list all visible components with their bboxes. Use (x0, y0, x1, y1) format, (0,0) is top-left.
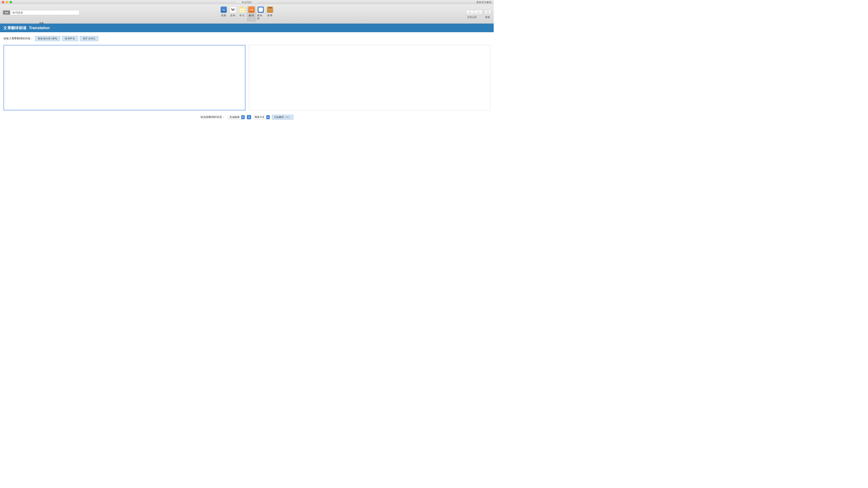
source-text-input[interactable] (3, 45, 245, 110)
history-nav (466, 10, 482, 15)
window-controls (0, 1, 12, 3)
wiki-icon: W (230, 6, 236, 13)
search-box[interactable]: en▾ (2, 10, 80, 15)
search-prefix-icon[interactable]: en▾ (3, 11, 11, 15)
tab-study[interactable]: 学习 (238, 6, 247, 22)
tab-dictionary[interactable]: Aa 词典 (219, 6, 228, 22)
nav-back-button[interactable] (466, 10, 474, 15)
dictionary-icon: Aa (221, 6, 227, 13)
source-lang-value: 自动检测 (228, 116, 241, 119)
prompt-row: 请输入需要翻译的内容： 朗读该内容 (⌘R) 保存声音 清空 (ESC) (3, 36, 490, 41)
right-labels: 历史记录 标签 (467, 16, 490, 19)
target-lang-value: 简体中文 (253, 116, 267, 119)
page-title-en: Translation (29, 26, 50, 30)
page-header: 文章翻译朗读 Translation (0, 23, 494, 32)
translation-output (249, 45, 490, 110)
memorize-icon (258, 6, 264, 13)
translate-icon (249, 6, 255, 13)
toolbar: en▾ 搜索 Aa 词典 W 百科 学习 翻译 背单词 管理 (0, 4, 494, 24)
tab-wiki[interactable]: W 百科 (228, 6, 237, 22)
search-section: en▾ 搜索 (2, 10, 80, 15)
tab-manage[interactable]: 管理 (265, 6, 275, 22)
tab-label: 词典 (221, 14, 226, 17)
bookmark-label: 标签 (485, 16, 490, 19)
page-title-cn: 文章翻译朗读 (3, 25, 26, 30)
history-label: 历史记录 (467, 16, 476, 19)
swap-languages-button[interactable] (247, 115, 251, 120)
login-link[interactable]: 登录学习账号 (476, 0, 494, 4)
save-audio-button[interactable]: 保存声音 (62, 36, 78, 41)
input-prompt: 请输入需要翻译的内容： (3, 37, 33, 40)
minimize-button[interactable] (6, 1, 8, 3)
tab-translate[interactable]: 翻译 (247, 6, 256, 22)
nav-forward-button[interactable] (474, 10, 482, 15)
tab-label: 翻译 (249, 14, 254, 17)
swap-icon (248, 116, 250, 118)
titlebar: 欧路词典 登录学习账号 www.MacW.com (0, 0, 494, 4)
close-button[interactable] (2, 1, 4, 3)
translate-button[interactable]: 开始翻译（↵） (272, 115, 293, 120)
maximize-button[interactable] (9, 1, 12, 3)
content-area: 请输入需要翻译的内容： 朗读该内容 (⌘R) 保存声音 清空 (ESC) 请选择… (0, 32, 494, 124)
tab-label: 学习 (239, 14, 245, 17)
manage-icon (267, 6, 273, 13)
text-panes (3, 45, 490, 110)
chevron-left-icon (469, 12, 471, 14)
add-bookmark-button[interactable]: + (485, 10, 491, 15)
toolbar-right: + (466, 10, 491, 15)
tab-memorize[interactable]: 背单词 (256, 6, 265, 22)
read-aloud-button[interactable]: 朗读该内容 (⌘R) (35, 36, 60, 41)
chevron-right-icon (477, 12, 479, 14)
dropdown-arrow-icon (241, 115, 244, 120)
dropdown-arrow-icon (266, 115, 270, 120)
tab-label: 百科 (230, 14, 236, 17)
toolbar-tabs: Aa 词典 W 百科 学习 翻译 背单词 管理 (219, 6, 275, 22)
search-input[interactable] (11, 11, 79, 14)
study-icon (239, 6, 245, 13)
language-row: 请选择翻译的语言： 自动检测 简体中文 开始翻译（↵） (3, 115, 490, 120)
tab-label: 管理 (267, 14, 273, 17)
search-label: 搜索 (39, 22, 44, 25)
tab-label: 背单词 (257, 14, 265, 20)
source-lang-select[interactable]: 自动检测 (228, 115, 245, 120)
lang-prompt: 请选择翻译的语言： (200, 116, 225, 119)
window-title: 欧路词典 (242, 0, 252, 4)
clear-button[interactable]: 清空 (ESC) (80, 36, 98, 41)
target-lang-select[interactable]: 简体中文 (253, 115, 270, 120)
